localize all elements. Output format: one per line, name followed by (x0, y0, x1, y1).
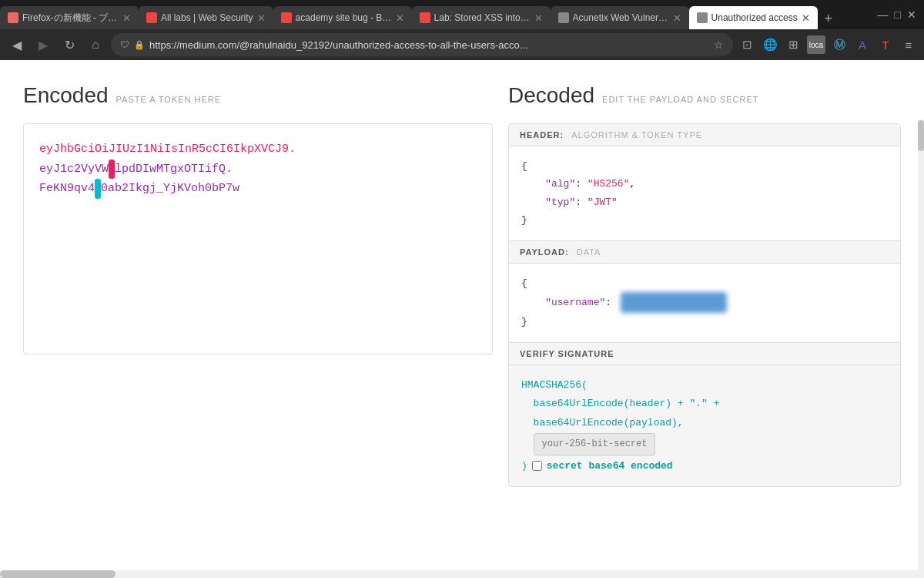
verify-checkbox-row: ) secret base64 encoded (521, 457, 888, 476)
panel-decoded: Decoded EDIT THE PAYLOAD AND SECRET HEAD… (508, 83, 901, 563)
decoded-heading: Decoded (508, 83, 594, 108)
tab-title: academy site bug - Bu... (296, 12, 392, 23)
forward-button[interactable]: ▶ (32, 34, 54, 55)
verify-label: VERIFY SIGNATURE (520, 349, 614, 358)
encoded-subtitle: PASTE A TOKEN HERE (116, 95, 222, 104)
decoded-subtitle: EDIT THE PAYLOAD AND SECRET (602, 95, 758, 104)
payload-close-brace: } (521, 316, 527, 328)
browser-scrollbar[interactable] (918, 120, 924, 578)
main-content: Encoded PASTE A TOKEN HERE eyJhbGciOiJIU… (0, 60, 924, 578)
tab-close-icon[interactable]: ✕ (673, 12, 681, 24)
tab-alllabs[interactable]: All labs | Web Security ✕ (139, 6, 273, 29)
header-alg-value: "HS256" (588, 178, 630, 190)
ms-icon[interactable]: Ⓜ (830, 35, 849, 54)
tab-favicon (420, 12, 430, 23)
tab-close-icon[interactable]: ✕ (257, 12, 266, 24)
token-part2-before: eyJ1c2VyVW (39, 163, 109, 176)
tab-favicon (558, 12, 569, 23)
tab-title: Firefox-の新機能 - プラ... (22, 12, 119, 25)
header-typ-key: "typ" (545, 197, 575, 208)
minimize-button[interactable]: — (878, 8, 889, 21)
new-tab-button[interactable]: + (818, 8, 839, 29)
payload-sublabel: DATA (577, 247, 601, 257)
tab-favicon (697, 12, 708, 23)
panel-encoded: Encoded PASTE A TOKEN HERE eyJhbGciOiJIU… (23, 83, 508, 563)
menu-button[interactable]: ≡ (899, 35, 918, 54)
encoded-box[interactable]: eyJhbGciOiJIUzI1NiIsInR5cCI6IkpXVCJ9. ey… (23, 123, 493, 355)
encoded-panel-title: Encoded PASTE A TOKEN HERE (23, 83, 493, 108)
extensions-icon[interactable]: ⊞ (784, 35, 802, 54)
tab-title: Unauthorized access (711, 12, 798, 23)
bookmark-icon[interactable]: ☆ (714, 39, 724, 51)
payload-open-brace: { (521, 277, 527, 289)
tab-favicon (281, 12, 292, 23)
decoded-panel-title: Decoded EDIT THE PAYLOAD AND SECRET (508, 83, 901, 108)
browser-window: Firefox-の新機能 - プラ... ✕ All labs | Web Se… (0, 0, 924, 578)
verify-close-paren: ) (521, 457, 527, 476)
translate-icon[interactable]: 🌐 (761, 35, 779, 54)
token-part3-after: 0ab2Ikgj_YjKVoh0bP7w (101, 182, 239, 195)
tab-firefox[interactable]: Firefox-の新機能 - プラ... ✕ (0, 6, 139, 29)
tab-title: Acunetix Web Vulnerabilit... (573, 12, 669, 23)
encoded-heading: Encoded (23, 83, 109, 108)
lock-icon: 🔒 (134, 40, 145, 50)
secret-base64-checkbox[interactable] (532, 461, 542, 471)
verify-checkbox-label: secret base64 encoded (547, 457, 673, 476)
tab-favicon (8, 12, 18, 23)
verify-section-header: VERIFY SIGNATURE (509, 343, 900, 365)
tab-close-icon[interactable]: ✕ (396, 12, 404, 24)
vpn-icon[interactable]: T (876, 35, 895, 54)
tab-favicon (146, 12, 157, 23)
payload-username-key: "username" (545, 297, 605, 308)
header-section-header: HEADER: ALGORITHM & TOKEN TYPE (509, 124, 900, 146)
payload-label: PAYLOAD: (520, 247, 569, 257)
address-bar-icons: ☆ (714, 39, 724, 51)
url-text: https://medium.com/@rahulnaidu_92192/una… (149, 39, 709, 51)
window-close-button[interactable]: ✕ (907, 8, 916, 21)
decoded-sections-wrapper: HEADER: ALGORITHM & TOKEN TYPE { "alg": … (508, 123, 901, 487)
token-part1: eyJhbGciOiJIUzI1NiIsInR5cCI6IkpXVCJ9. (39, 143, 296, 156)
tab-lab-xss[interactable]: Lab: Stored XSS into H... ✕ (412, 6, 551, 29)
home-button[interactable]: ⌂ (85, 34, 106, 55)
header-colon2: : (575, 197, 588, 208)
tab-bar: Firefox-の新機能 - プラ... ✕ All labs | Web Se… (0, 0, 924, 29)
header-section-body: { "alg": "HS256", "typ": "JWT" } (509, 146, 900, 240)
header-section: HEADER: ALGORITHM & TOKEN TYPE { "alg": … (509, 124, 900, 240)
verify-line2: base64UrlEncode(header) + "." + (534, 398, 720, 409)
tab-academy[interactable]: academy site bug - Bu... ✕ (273, 6, 412, 29)
verify-line3: base64UrlEncode(payload), (534, 417, 684, 428)
browser-scrollbar-thumb[interactable] (918, 120, 924, 151)
header-label: HEADER: (520, 130, 564, 139)
header-typ-value: "JWT" (588, 197, 618, 208)
verify-fn-name: HMACSHA256( (521, 379, 588, 391)
token-part2-after: lpdDIwMTgxOTIifQ. (115, 163, 233, 176)
header-close-brace: } (521, 214, 527, 226)
tab-close-icon[interactable]: ✕ (122, 12, 131, 24)
payload-section-body: { "username": } (509, 264, 900, 342)
translator-icon[interactable]: A (853, 35, 872, 54)
back-button[interactable]: ◀ (6, 34, 28, 55)
tab-acunetix[interactable]: Acunetix Web Vulnerabilit... ✕ (551, 6, 689, 29)
bottom-scrollbar[interactable] (0, 570, 924, 578)
payload-username-value-redacted (621, 292, 727, 313)
payload-section-header: PAYLOAD: DATA (509, 241, 900, 264)
address-bar-row: ◀ ▶ ↻ ⌂ 🛡 🔒 https://medium.com/@rahulnai… (0, 29, 924, 60)
toolbar-right: ⊡ 🌐 ⊞ loca Ⓜ A T ≡ (738, 35, 918, 54)
shield-icon: 🛡 (120, 39, 129, 50)
tab-title: All labs | Web Security (161, 12, 253, 23)
maximize-button[interactable]: □ (895, 8, 901, 21)
tab-close-icon[interactable]: ✕ (802, 12, 810, 24)
token-redacted-1: ​​​​​​​​​​​​​​​​​​​​ (109, 160, 115, 180)
verify-section: VERIFY SIGNATURE HMACSHA256( base64UrlEn… (509, 343, 900, 487)
header-open-brace: { (521, 160, 527, 172)
address-bar-container[interactable]: 🛡 🔒 https://medium.com/@rahulnaidu_92192… (111, 33, 733, 56)
tab-unauthorized[interactable]: Unauthorized access ✕ (689, 6, 818, 29)
header-colon1: : (575, 178, 588, 190)
verify-secret-input[interactable]: your-256-bit-secret (534, 433, 656, 455)
sync-icon[interactable]: ⊡ (738, 35, 756, 54)
refresh-button[interactable]: ↻ (59, 34, 80, 55)
bottom-scrollbar-thumb[interactable] (0, 570, 116, 578)
tab-title: Lab: Stored XSS into H... (434, 12, 531, 23)
locale-badge: loca (807, 35, 825, 54)
tab-close-icon[interactable]: ✕ (534, 12, 543, 24)
